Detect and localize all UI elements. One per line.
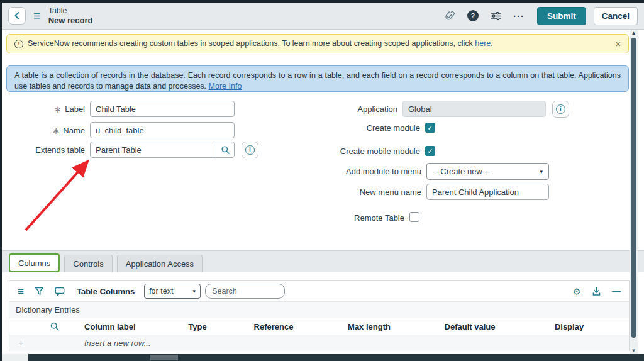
record-title: Table New record (48, 6, 93, 26)
window-top-edge (0, 0, 644, 3)
info-banner: A table is a collection of records in th… (6, 65, 629, 92)
caret-down-icon: ▾ (193, 288, 196, 294)
help-icon[interactable]: ? (467, 10, 479, 21)
tab-application-access[interactable]: Application Access (117, 255, 203, 272)
list-section-label: Dictionary Entries (9, 301, 629, 318)
warning-banner: ! ServiceNow recommends creating custom … (6, 34, 629, 53)
create-module-checkbox[interactable]: ✓ (425, 123, 435, 133)
mandatory-icon: ∗ (54, 106, 62, 112)
header-type[interactable]: Type (188, 322, 206, 331)
name-field-label: ∗ Name (0, 122, 85, 138)
label-field-label: ∗ Label (0, 101, 85, 117)
list-toolbar: ≡ Table Columns for text ▾ ⚙ — (9, 281, 629, 301)
header-reference[interactable]: Reference (254, 322, 294, 331)
warning-text: ServiceNow recommends creating custom ta… (28, 38, 493, 49)
mandatory-icon: ∗ (52, 128, 60, 133)
reference-lookup-button[interactable] (216, 142, 234, 157)
info-icon: i (556, 104, 565, 114)
header-display[interactable]: Display (555, 322, 584, 331)
record-type-title: Table (48, 6, 93, 16)
horizontal-scrollbar-track[interactable] (28, 354, 644, 361)
extends-table-field (90, 142, 235, 158)
list-header-row: Column label Type Reference Max length D… (9, 318, 629, 335)
personalize-form-icon[interactable] (491, 11, 501, 21)
new-menu-name-label: New menu name (270, 184, 421, 200)
scroll-down-icon[interactable]: ▼ (630, 348, 638, 353)
info-icon: i (245, 145, 255, 155)
create-mobile-module-label: Create mobile module (270, 145, 420, 157)
check-icon: ✓ (427, 124, 433, 132)
create-module-label: Create module (270, 121, 420, 134)
chevron-left-icon (13, 11, 21, 20)
list-title: Table Columns (77, 287, 135, 296)
horizontal-scrollbar-thumb[interactable] (150, 355, 178, 360)
chat-icon[interactable] (55, 287, 65, 296)
vertical-scrollbar[interactable]: ▲ ▼ (630, 30, 638, 354)
here-link[interactable]: here (475, 39, 491, 48)
plus-icon[interactable]: + (18, 337, 24, 348)
application-label: Application (270, 101, 397, 117)
name-input[interactable] (90, 122, 235, 138)
remote-table-label: Remote Table (270, 211, 404, 224)
header-default-value[interactable]: Default value (445, 322, 496, 331)
add-module-to-menu-label: Add module to menu (270, 163, 421, 180)
remote-table-checkbox[interactable] (409, 212, 419, 222)
extends-table-input[interactable] (91, 142, 216, 157)
list-settings-gear-icon[interactable]: ⚙ (573, 287, 581, 296)
horizontal-scrollbar[interactable] (2, 354, 644, 361)
extends-table-info-button[interactable]: i (242, 142, 258, 158)
vertical-scrollbar-thumb[interactable] (631, 38, 636, 338)
back-button[interactable] (8, 7, 26, 25)
application-info-button[interactable]: i (552, 101, 569, 118)
download-icon[interactable] (592, 287, 601, 296)
more-info-link[interactable]: More Info (209, 82, 242, 91)
attachment-icon[interactable] (445, 11, 455, 21)
list-search-input[interactable] (205, 284, 285, 299)
new-menu-name-input[interactable] (426, 184, 549, 200)
column-search-icon[interactable] (50, 321, 60, 331)
header-column-label[interactable]: Column label (84, 322, 136, 331)
context-menu-icon[interactable]: ≡ (33, 9, 41, 22)
insert-row[interactable]: + Insert a new row... (9, 335, 629, 351)
info-text: A table is a collection of records in th… (14, 70, 621, 91)
extends-table-label: Extends table (0, 142, 85, 158)
check-icon: ✓ (427, 147, 433, 155)
header-max-length[interactable]: Max length (348, 322, 391, 331)
warning-icon: ! (14, 40, 23, 48)
list-menu-icon[interactable]: ≡ (18, 286, 24, 297)
page-title: New record (48, 16, 93, 26)
tab-columns[interactable]: Columns (9, 253, 60, 272)
label-input[interactable] (90, 101, 235, 117)
add-module-to-menu-select[interactable]: -- Create new -- ▾ (426, 163, 549, 180)
close-banner-icon[interactable]: × (609, 38, 621, 50)
window-left-edge (0, 0, 2, 361)
header-icons: ? ··· (445, 10, 525, 21)
columns-list: ≡ Table Columns for text ▾ ⚙ — Dictionar… (9, 280, 630, 351)
collapse-list-icon[interactable]: — (612, 286, 621, 296)
search-icon (221, 145, 230, 155)
tab-bar: Columns Controls Application Access (2, 250, 644, 272)
search-filter-select[interactable]: for text ▾ (144, 284, 201, 299)
create-mobile-module-checkbox[interactable]: ✓ (425, 146, 435, 156)
filter-icon[interactable] (35, 287, 44, 296)
tab-controls[interactable]: Controls (64, 255, 112, 272)
form-header: ≡ Table New record ? ··· (2, 3, 644, 30)
submit-button[interactable]: Submit (537, 7, 586, 25)
cancel-button[interactable]: Cancel (594, 7, 638, 25)
scroll-up-icon[interactable]: ▲ (630, 30, 638, 36)
insert-row-text[interactable]: Insert a new row... (84, 338, 151, 348)
more-options-icon[interactable]: ··· (513, 11, 525, 21)
caret-down-icon: ▾ (540, 169, 543, 175)
application-input (402, 101, 546, 117)
servicenow-new-table-screen: ≡ Table New record ? ··· (0, 0, 644, 361)
